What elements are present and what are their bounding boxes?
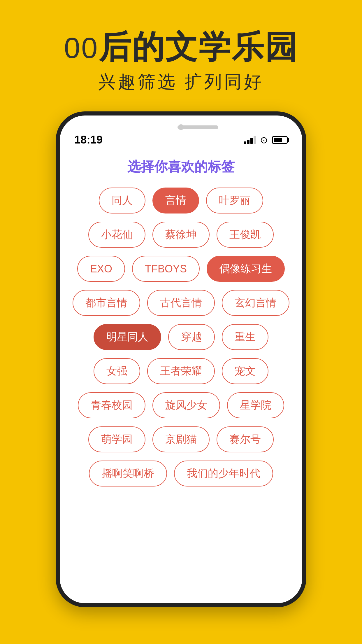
status-icons: ⊙ [244,134,288,146]
tag-ouxianglianxisheng[interactable]: 偶像练习生 [207,256,285,282]
title-zeros: 00 [64,32,99,64]
tag-tfboys[interactable]: TFBOYS [132,256,200,282]
tag-gudaiyanqing[interactable]: 古代言情 [147,290,215,316]
status-bar: 18:19 ⊙ [60,127,302,149]
tags-row-6: 青春校园 旋风少女 星学院 [74,392,288,418]
signal-bar-2 [247,140,249,144]
tag-jingjumao[interactable]: 京剧猫 [152,426,210,452]
tag-chuanyue[interactable]: 穿越 [168,324,215,350]
status-time: 18:19 [74,134,103,146]
tag-qingchunxiaoyuan[interactable]: 青春校园 [78,392,145,418]
main-title: 00后的文学乐园 [64,29,298,64]
tag-xiaohuaxian[interactable]: 小花仙 [88,222,145,248]
battery-fill [274,138,282,142]
tags-row-1: 小花仙 蔡徐坤 王俊凯 [74,222,288,248]
signal-bar-1 [244,141,246,144]
tag-xuanhuanyanqing[interactable]: 玄幻言情 [222,290,289,316]
tag-chongwen[interactable]: 宠文 [222,358,268,384]
page-title: 选择你喜欢的标签 [127,158,235,176]
tag-xingxueyuan[interactable]: 星学院 [227,392,284,418]
tag-nvqiang[interactable]: 女强 [94,358,140,384]
tag-caixukun[interactable]: 蔡徐坤 [152,222,210,248]
tags-row-5: 女强 王者荣耀 宠文 [74,358,288,384]
signal-bar-4 [254,136,256,144]
top-section: 00后的文学乐园 兴趣筛选 扩列同好 [0,0,362,111]
tag-yaoxiaoxiaoqiao[interactable]: 摇啊笑啊桥 [89,461,167,487]
tags-row-8: 摇啊笑啊桥 我们的少年时代 [74,461,288,487]
phone-mockup: 18:19 ⊙ 选择你喜欢的标签 同人 言情 叶罗丽 [56,111,306,607]
tags-row-7: 萌学园 京剧猫 赛尔号 [74,426,288,452]
title-text: 后的文学乐园 [99,29,298,65]
tags-row-3: 都市言情 古代言情 玄幻言情 [74,290,288,316]
tags-row-2: EXO TFBOYS 偶像练习生 [74,256,288,282]
tag-mengxueyuan[interactable]: 萌学园 [88,426,145,452]
tag-exo[interactable]: EXO [77,256,125,282]
battery-icon [272,136,288,144]
tag-chongsheng[interactable]: 重生 [222,324,268,350]
tags-container: 同人 言情 叶罗丽 小花仙 蔡徐坤 王俊凯 EXO TFBOYS 偶像练习生 都… [60,188,302,487]
tag-wangzherongyao[interactable]: 王者荣耀 [147,358,215,384]
tag-xuanfengshaonv[interactable]: 旋风少女 [152,392,220,418]
tag-dushiyanqing[interactable]: 都市言情 [73,290,140,316]
phone-speaker [178,125,218,129]
tag-womendeshaoniangshidai[interactable]: 我们的少年时代 [174,461,273,487]
signal-bar-3 [250,138,253,144]
tag-wangjunkai[interactable]: 王俊凯 [217,222,274,248]
tags-row-4: 明星同人 穿越 重生 [74,324,288,350]
tag-tongren[interactable]: 同人 [99,188,145,214]
tag-yeluli[interactable]: 叶罗丽 [206,188,263,214]
tag-saier[interactable]: 赛尔号 [217,426,274,452]
subtitle: 兴趣筛选 扩列同好 [98,70,264,94]
tag-mingxingtongren[interactable]: 明星同人 [94,324,161,350]
tags-row-0: 同人 言情 叶罗丽 [74,188,288,214]
signal-icon [244,136,256,144]
tag-yanqing[interactable]: 言情 [152,188,199,214]
wifi-icon: ⊙ [260,134,268,146]
